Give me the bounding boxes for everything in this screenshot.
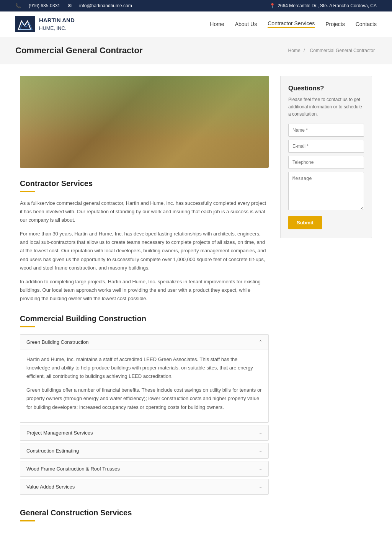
accordion-item-1: Project Management Services ⌄ — [20, 425, 269, 441]
sidebar-desc: Please feel free to contact us to get ad… — [288, 96, 364, 118]
chevron-down-icon-1: ⌄ — [259, 430, 262, 435]
accordion-item-3: Wood Frame Construction & Roof Trusses ⌄ — [20, 461, 269, 477]
accordion-item-4: Value Added Services ⌄ — [20, 479, 269, 495]
breadcrumb: Home / Commercial General Contractor — [288, 48, 377, 53]
breadcrumb-current: Commercial General Contractor — [310, 48, 375, 53]
section3-underline — [20, 520, 35, 521]
accordion-header-2[interactable]: Construction Estimating ⌄ — [20, 443, 268, 458]
top-bar-right: 📍 2664 Mercantile Dr., Ste. A Rancho Cor… — [270, 3, 377, 8]
accordion-content-0: Hartin and Hume, Inc. maintains a staff … — [20, 350, 268, 422]
accordion-header-3[interactable]: Wood Frame Construction & Roof Trusses ⌄ — [20, 461, 268, 476]
content-left: Contractor Services As a full-service co… — [20, 76, 269, 528]
message-textarea[interactable] — [288, 172, 364, 210]
main-content: Contractor Services As a full-service co… — [12, 76, 380, 528]
accordion-text-0a: Hartin and Hume, Inc. maintains a staff … — [26, 355, 262, 381]
general-section: General Construction Services — [20, 508, 269, 521]
para2: For more than 30 years, Hartin and Hume,… — [20, 230, 269, 272]
top-bar: 📞 (916) 635-0331 ✉ info@hartinandhume.co… — [0, 0, 392, 11]
section2-underline — [20, 326, 35, 327]
accordion-label-2: Construction Estimating — [26, 448, 79, 454]
chevron-up-icon-0: ⌃ — [259, 340, 262, 345]
email-link[interactable]: info@hartinandhume.com — [79, 3, 132, 8]
logo-icon — [15, 16, 35, 32]
page-title-bar: Commercial General Contractor Home / Com… — [0, 37, 392, 64]
section1-underline — [20, 191, 35, 192]
nav-contacts[interactable]: Contacts — [356, 21, 377, 27]
content-right: Questions? Please feel free to contact u… — [280, 76, 372, 238]
nav-about[interactable]: About Us — [235, 21, 257, 27]
section1-title: Contractor Services — [20, 179, 269, 188]
main-nav: Home About Us Contractor Services Projec… — [210, 20, 377, 28]
accordion-header-0[interactable]: Green Building Construction ⌃ — [20, 335, 268, 350]
logo-text: HARTIN AND HUME, INC. — [39, 16, 75, 31]
sidebar-title: Questions? — [288, 85, 364, 92]
worker-image — [20, 76, 269, 168]
accordion-item-2: Construction Estimating ⌄ — [20, 443, 269, 459]
hero-image — [20, 76, 269, 168]
header: HARTIN AND HUME, INC. Home About Us Cont… — [0, 11, 392, 37]
section3-title: General Construction Services — [20, 508, 269, 517]
chevron-down-icon-2: ⌄ — [259, 448, 262, 453]
accordion-text-0b: Green buildings offer a number of financ… — [26, 386, 262, 411]
chevron-down-icon-4: ⌄ — [259, 484, 262, 489]
email-icon: ✉ — [68, 3, 72, 8]
logo-area: HARTIN AND HUME, INC. — [15, 16, 75, 32]
page-title: Commercial General Contractor — [15, 46, 143, 56]
para3: In addition to completing large projects… — [20, 278, 269, 303]
submit-button[interactable]: Submit — [288, 216, 322, 229]
breadcrumb-separator: / — [304, 48, 306, 53]
nav-home[interactable]: Home — [210, 21, 224, 27]
sidebar-box: Questions? Please feel free to contact u… — [280, 76, 372, 238]
nav-projects[interactable]: Projects — [325, 21, 345, 27]
chevron-down-icon-3: ⌄ — [259, 466, 262, 471]
accordion-header-4[interactable]: Value Added Services ⌄ — [20, 479, 268, 494]
phone-icon: 📞 — [15, 3, 21, 8]
section2-title: Commercial Building Construction — [20, 314, 269, 323]
top-bar-left: 📞 (916) 635-0331 ✉ info@hartinandhume.co… — [15, 3, 132, 8]
phone-number: (916) 635-0331 — [29, 3, 60, 8]
accordion-label-0: Green Building Construction — [26, 339, 89, 345]
location-icon: 📍 — [270, 3, 275, 8]
breadcrumb-home[interactable]: Home — [288, 48, 301, 53]
accordion-label-3: Wood Frame Construction & Roof Trusses — [26, 466, 120, 472]
email-input[interactable] — [288, 140, 364, 153]
para1: As a full-service commercial general con… — [20, 199, 269, 224]
accordion-label-1: Project Management Services — [26, 430, 93, 436]
accordion-label-4: Value Added Services — [26, 484, 75, 490]
accordion-item-0: Green Building Construction ⌃ Hartin and… — [20, 334, 269, 423]
address: 2664 Mercantile Dr., Ste. A Rancho Cordo… — [278, 3, 377, 8]
accordion-header-1[interactable]: Project Management Services ⌄ — [20, 425, 268, 440]
nav-contractor[interactable]: Contractor Services — [268, 20, 315, 28]
telephone-input[interactable] — [288, 156, 364, 169]
accordion-section: Commercial Building Construction Green B… — [20, 314, 269, 495]
name-input[interactable] — [288, 124, 364, 137]
